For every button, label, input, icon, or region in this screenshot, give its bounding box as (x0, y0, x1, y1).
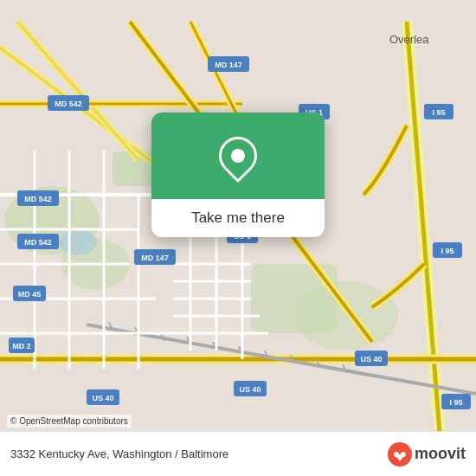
svg-point-6 (59, 229, 97, 255)
svg-rect-58 (208, 56, 249, 72)
svg-point-4 (294, 281, 398, 351)
svg-line-10 (17, 22, 138, 160)
svg-line-30 (317, 359, 320, 368)
svg-text:MD 542: MD 542 (24, 238, 52, 247)
svg-rect-56 (17, 234, 59, 249)
osm-attribution: © OpenStreetMap contributors (7, 415, 132, 428)
svg-line-9 (17, 22, 138, 160)
svg-text:MD 147: MD 147 (215, 61, 242, 69)
svg-rect-0 (0, 22, 476, 454)
svg-line-29 (291, 355, 294, 363)
svg-rect-80 (441, 394, 471, 409)
moovit-logo: moovit (388, 442, 466, 466)
svg-rect-76 (424, 104, 453, 119)
svg-line-18 (407, 22, 441, 454)
svg-line-31 (343, 364, 346, 373)
svg-line-17 (407, 22, 441, 454)
svg-rect-60 (134, 249, 176, 265)
svg-rect-74 (355, 351, 388, 366)
location-pin-icon (211, 129, 265, 183)
svg-line-23 (135, 327, 138, 336)
svg-line-25 (187, 337, 190, 345)
svg-text:MD 2: MD 2 (12, 342, 31, 351)
svg-line-27 (239, 346, 242, 355)
popup-card: Take me there (151, 113, 325, 237)
svg-text:Overlea: Overlea (389, 33, 429, 46)
svg-rect-54 (17, 190, 59, 206)
svg-text:I 95: I 95 (449, 398, 462, 407)
svg-text:US 40: US 40 (92, 394, 113, 402)
svg-text:MD 45: MD 45 (18, 290, 42, 299)
map-container: Overlea MD 542 MD 542 MD 542 MD 147 MD 1… (0, 0, 476, 476)
svg-line-26 (213, 342, 216, 351)
svg-text:US 40: US 40 (239, 385, 261, 394)
svg-text:MD 542: MD 542 (55, 100, 82, 108)
svg-rect-72 (234, 381, 267, 396)
svg-text:I 95: I 95 (432, 108, 445, 117)
svg-line-21 (87, 325, 476, 394)
svg-line-22 (109, 322, 113, 331)
svg-line-8 (0, 48, 173, 177)
svg-text:US 40: US 40 (360, 355, 382, 363)
svg-point-1 (4, 186, 100, 255)
svg-rect-68 (9, 338, 35, 353)
svg-text:MD 147: MD 147 (141, 254, 169, 262)
moovit-text: moovit (415, 445, 466, 463)
svg-text:MD 542: MD 542 (24, 195, 52, 203)
take-me-there-button[interactable]: Take me there (151, 199, 325, 237)
svg-line-7 (0, 48, 173, 177)
svg-rect-3 (251, 264, 338, 333)
svg-line-28 (265, 351, 268, 359)
moovit-brand-icon (388, 442, 412, 466)
bottom-bar: 3332 Kentucky Ave, Washington / Baltimor… (0, 431, 476, 476)
svg-point-2 (61, 238, 130, 290)
svg-rect-52 (48, 95, 89, 111)
svg-text:I 95: I 95 (441, 247, 453, 255)
address-label: 3332 Kentucky Ave, Washington / Baltimor… (10, 447, 228, 460)
popup-green-header (151, 113, 325, 199)
svg-rect-78 (433, 242, 462, 258)
svg-rect-66 (13, 286, 46, 301)
svg-rect-70 (87, 389, 119, 405)
svg-line-24 (161, 332, 164, 341)
